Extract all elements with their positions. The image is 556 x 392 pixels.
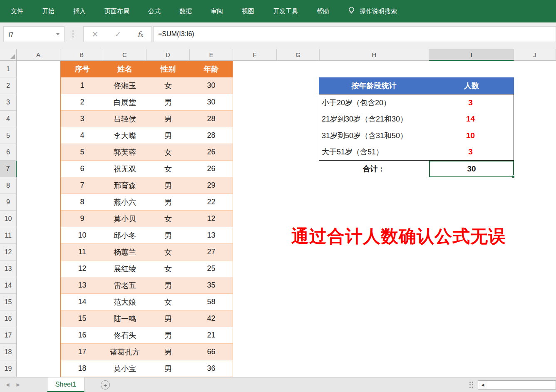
row-header-3[interactable]: 3 — [0, 94, 17, 111]
row-header-15[interactable]: 15 — [0, 294, 17, 310]
row-header-13[interactable]: 13 — [0, 261, 17, 277]
people-cell[interactable]: 9 — [61, 211, 103, 227]
people-cell[interactable]: 8 — [61, 194, 103, 210]
people-cell[interactable]: 男 — [146, 344, 190, 360]
people-cell[interactable]: 21 — [190, 327, 233, 343]
ribbon-tab-视图[interactable]: 视图 — [242, 7, 254, 15]
column-header-B[interactable]: B — [60, 49, 103, 61]
insert-function-icon[interactable]: fx — [137, 30, 144, 39]
summary-count[interactable]: 3 — [427, 98, 514, 107]
row-header-7[interactable]: 7 — [0, 161, 17, 177]
column-header-F[interactable]: F — [233, 49, 277, 61]
people-cell[interactable]: 郭芙蓉 — [103, 144, 146, 160]
people-cell[interactable]: 30 — [190, 94, 233, 110]
ribbon-tab-开发工具[interactable]: 开发工具 — [273, 7, 298, 15]
people-header-cell[interactable]: 姓名 — [103, 61, 146, 77]
people-cell[interactable]: 13 — [190, 227, 233, 243]
people-cell[interactable]: 28 — [190, 127, 233, 144]
people-cell[interactable]: 29 — [190, 177, 233, 194]
people-cell[interactable]: 男 — [146, 111, 190, 127]
people-cell[interactable]: 男 — [146, 194, 190, 210]
column-header-G[interactable]: G — [277, 49, 320, 61]
people-cell[interactable]: 佟石头 — [103, 327, 146, 343]
people-cell[interactable]: 男 — [146, 227, 190, 243]
people-cell[interactable]: 15 — [61, 310, 103, 327]
confirm-icon[interactable]: ✓ — [114, 30, 121, 39]
row-header-5[interactable]: 5 — [0, 127, 17, 144]
tab-scrollbar-splitter[interactable] — [469, 382, 473, 388]
people-cell[interactable]: 26 — [190, 161, 233, 177]
people-cell[interactable]: 27 — [190, 244, 233, 260]
people-cell[interactable]: 男 — [146, 177, 190, 194]
people-cell[interactable]: 男 — [146, 127, 190, 144]
cancel-icon[interactable]: ✕ — [92, 30, 98, 39]
name-box[interactable]: I7 — [3, 26, 65, 42]
row-header-4[interactable]: 4 — [0, 111, 17, 127]
people-cell[interactable]: 女 — [146, 261, 190, 277]
ribbon-tab-公式[interactable]: 公式 — [148, 7, 161, 15]
scroll-left-icon[interactable]: ◀ — [478, 380, 488, 390]
ribbon-tab-帮助[interactable]: 帮助 — [317, 7, 329, 15]
people-cell[interactable]: 18 — [61, 360, 103, 377]
people-cell[interactable]: 58 — [190, 294, 233, 310]
row-header-10[interactable]: 10 — [0, 211, 17, 227]
people-cell[interactable]: 12 — [61, 261, 103, 277]
people-cell[interactable]: 4 — [61, 127, 103, 144]
next-sheet-icon[interactable]: ▶ — [16, 382, 20, 387]
people-cell[interactable]: 35 — [190, 277, 233, 293]
people-cell[interactable]: 13 — [61, 277, 103, 293]
row-header-1[interactable]: 1 — [0, 61, 17, 77]
people-cell[interactable]: 6 — [61, 161, 103, 177]
people-cell[interactable]: 1 — [61, 77, 103, 94]
summary-criteria[interactable]: 大于51岁（含51） — [319, 147, 427, 157]
ribbon-tab-审阅[interactable]: 审阅 — [211, 7, 223, 15]
people-cell[interactable]: 22 — [190, 194, 233, 210]
sheet-tab-sheet1[interactable]: Sheet1 — [47, 377, 84, 392]
people-cell[interactable]: 66 — [190, 344, 233, 360]
summary-count[interactable]: 3 — [427, 147, 514, 156]
people-cell[interactable]: 男 — [146, 277, 190, 293]
people-cell[interactable]: 李大嘴 — [103, 127, 146, 144]
summary-criteria[interactable]: 31岁到50岁（含31和50） — [319, 131, 427, 141]
row-header-11[interactable]: 11 — [0, 227, 17, 244]
horizontal-scrollbar[interactable] — [487, 380, 556, 390]
ribbon-tab-页面布局[interactable]: 页面布局 — [104, 7, 129, 15]
summary-count[interactable]: 10 — [427, 131, 514, 140]
fill-handle[interactable] — [512, 175, 515, 178]
people-cell[interactable]: 42 — [190, 310, 233, 327]
people-cell[interactable]: 佟湘玉 — [103, 77, 146, 94]
people-cell[interactable]: 雷老五 — [103, 277, 146, 293]
people-cell[interactable]: 燕小六 — [103, 194, 146, 210]
people-cell[interactable]: 吕轻侯 — [103, 111, 146, 127]
people-header-cell[interactable]: 性别 — [146, 61, 190, 77]
people-cell[interactable]: 2 — [61, 94, 103, 110]
people-cell[interactable]: 女 — [146, 77, 190, 94]
people-cell[interactable]: 25 — [190, 261, 233, 277]
people-cell[interactable]: 女 — [146, 211, 190, 227]
people-cell[interactable]: 范大娘 — [103, 294, 146, 310]
total-label-cell[interactable]: 合计： — [319, 161, 429, 177]
select-all-button[interactable] — [0, 49, 17, 61]
people-cell[interactable]: 7 — [61, 177, 103, 194]
people-cell[interactable]: 女 — [146, 294, 190, 310]
people-cell[interactable]: 莫小宝 — [103, 360, 146, 377]
people-cell[interactable]: 14 — [61, 294, 103, 310]
row-header-19[interactable]: 19 — [0, 360, 17, 377]
people-cell[interactable]: 26 — [190, 144, 233, 160]
ribbon-tab-文件[interactable]: 文件 — [11, 7, 23, 15]
people-cell[interactable]: 邢育森 — [103, 177, 146, 194]
ribbon-tab-插入[interactable]: 插入 — [73, 7, 86, 15]
people-header-cell[interactable]: 序号 — [61, 61, 103, 77]
people-cell[interactable]: 杨蕙兰 — [103, 244, 146, 260]
people-header-cell[interactable]: 年龄 — [190, 61, 233, 77]
row-header-8[interactable]: 8 — [0, 177, 17, 194]
people-cell[interactable]: 邱小冬 — [103, 227, 146, 243]
people-cell[interactable]: 36 — [190, 360, 233, 377]
column-header-D[interactable]: D — [146, 49, 190, 61]
people-cell[interactable]: 陆一鸣 — [103, 310, 146, 327]
column-header-H[interactable]: H — [320, 49, 429, 61]
summary-count[interactable]: 14 — [427, 114, 514, 124]
summary-criteria[interactable]: 小于20岁（包含20） — [319, 98, 427, 108]
prev-sheet-icon[interactable]: ◀ — [6, 382, 9, 387]
people-cell[interactable]: 女 — [146, 161, 190, 177]
